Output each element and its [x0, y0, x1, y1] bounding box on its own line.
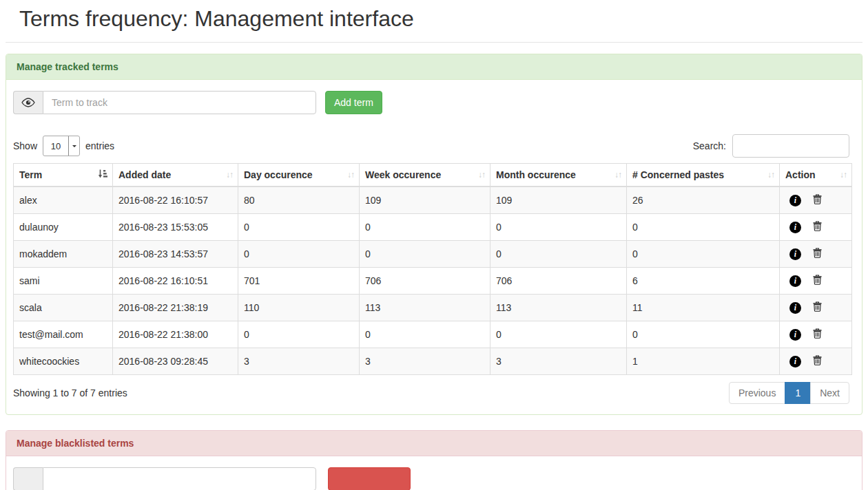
- term-cell: test@mail.com: [14, 321, 113, 348]
- table-row: test@mail.com 2016-08-22 21:38:00 0 0 0 …: [14, 321, 852, 348]
- table-row: dulaunoy 2016-08-23 15:53:05 0 0 0 0 i: [14, 214, 852, 241]
- column-header-month-occurence-label: Month occurence: [496, 169, 576, 180]
- sort-both-icon: ↓↑: [226, 170, 233, 180]
- table-footer: Showing 1 to 7 of 7 entries Previous 1 N…: [13, 382, 849, 404]
- term-info-button[interactable]: i: [789, 222, 801, 233]
- term-cell: scala: [14, 295, 113, 321]
- term-info-button[interactable]: i: [789, 329, 801, 341]
- added-date-cell: 2016-08-22 16:10:51: [113, 268, 238, 295]
- term-info-button[interactable]: i: [789, 275, 801, 287]
- sort-ascending-icon: [98, 169, 107, 181]
- concerned-pastes-cell: 6: [627, 268, 780, 295]
- pagination: Previous 1 Next: [729, 382, 849, 404]
- term-cell: alex: [14, 187, 113, 214]
- column-header-concerned-pastes[interactable]: # Concerned pastes ↓↑: [627, 164, 780, 187]
- column-header-day-occurence-label: Day occurence: [244, 169, 313, 180]
- day-occurence-cell: 3: [238, 348, 360, 375]
- term-info-button[interactable]: i: [789, 302, 801, 314]
- term-delete-button[interactable]: [813, 221, 822, 233]
- column-header-action[interactable]: Action ↓↑: [780, 164, 852, 187]
- show-label: Show: [13, 140, 37, 151]
- add-blacklist-row: [13, 467, 849, 490]
- tracked-terms-table: Term Added date: [13, 163, 852, 375]
- column-header-day-occurence[interactable]: Day occurence ↓↑: [238, 164, 360, 187]
- action-cell: i: [780, 295, 852, 321]
- week-occurence-cell: 0: [360, 321, 490, 348]
- term-input[interactable]: [43, 91, 316, 114]
- column-header-concerned-pastes-label: # Concerned pastes: [632, 169, 724, 180]
- table-row: sami 2016-08-22 16:10:51 701 706 706 6 i: [14, 268, 852, 295]
- entries-label: entries: [85, 140, 114, 151]
- page-length-select[interactable]: 10: [43, 136, 80, 156]
- pagination-page-1[interactable]: 1: [785, 382, 811, 404]
- sort-both-icon: ↓↑: [840, 170, 847, 180]
- term-info-button[interactable]: i: [789, 248, 801, 260]
- term-info-button[interactable]: i: [789, 356, 801, 368]
- add-term-button[interactable]: Add term: [325, 91, 382, 114]
- concerned-pastes-cell: 0: [627, 214, 780, 241]
- added-date-cell: 2016-08-23 09:28:45: [113, 348, 238, 375]
- trash-icon: [813, 248, 822, 260]
- title-divider: [6, 42, 862, 43]
- day-occurence-cell: 701: [238, 268, 360, 295]
- table-controls: Show 10 entries Search:: [13, 134, 849, 158]
- month-occurence-cell: 113: [490, 295, 627, 321]
- added-date-cell: 2016-08-22 21:38:00: [113, 321, 238, 348]
- concerned-pastes-cell: 1: [627, 348, 780, 375]
- info-circle-icon: i: [789, 248, 801, 260]
- column-header-month-occurence[interactable]: Month occurence ↓↑: [490, 164, 627, 187]
- concerned-pastes-cell: 0: [627, 241, 780, 268]
- trash-icon: [813, 328, 822, 341]
- eye-icon: [13, 91, 43, 114]
- concerned-pastes-cell: 26: [627, 187, 780, 214]
- add-blacklist-button[interactable]: [328, 467, 411, 490]
- term-delete-button[interactable]: [813, 275, 822, 287]
- tracked-terms-panel-body: Add term Show 10 entries Search:: [6, 80, 862, 414]
- blacklist-addon-icon: [13, 467, 43, 490]
- term-delete-button[interactable]: [813, 248, 822, 260]
- info-circle-icon: i: [789, 222, 801, 233]
- term-delete-button[interactable]: [813, 194, 822, 206]
- column-header-added-date[interactable]: Added date ↓↑: [113, 164, 238, 187]
- week-occurence-cell: 3: [360, 348, 490, 375]
- term-info-button[interactable]: i: [789, 195, 801, 206]
- blacklisted-terms-panel-body: [6, 456, 862, 490]
- page-length-value: 10: [43, 136, 68, 156]
- table-row: mokaddem 2016-08-23 14:53:57 0 0 0 0 i: [14, 241, 852, 268]
- page-title: Terms frequency: Management interface: [19, 6, 849, 32]
- pagination-previous[interactable]: Previous: [729, 382, 785, 404]
- term-delete-button[interactable]: [813, 328, 822, 341]
- blacklist-input-group: [13, 467, 316, 490]
- chevron-down-icon: [68, 136, 79, 156]
- term-delete-button[interactable]: [813, 355, 822, 368]
- week-occurence-cell: 0: [360, 241, 490, 268]
- column-header-action-label: Action: [785, 169, 816, 180]
- pagination-next[interactable]: Next: [810, 382, 849, 404]
- blacklist-term-input[interactable]: [43, 467, 316, 490]
- term-delete-button[interactable]: [813, 301, 822, 314]
- term-input-group: [13, 91, 316, 114]
- table-row: scala 2016-08-22 21:38:19 110 113 113 11…: [14, 295, 852, 321]
- column-header-week-occurence[interactable]: Week occurence ↓↑: [360, 164, 490, 187]
- day-occurence-cell: 0: [238, 214, 360, 241]
- action-cell: i: [780, 241, 852, 268]
- info-circle-icon: i: [789, 302, 801, 314]
- search-label: Search:: [693, 140, 726, 151]
- table-header-row: Term Added date: [14, 164, 852, 187]
- tracked-terms-panel-heading: Manage tracked terms: [6, 54, 862, 80]
- sort-both-icon: ↓↑: [347, 170, 354, 180]
- day-occurence-cell: 0: [238, 241, 360, 268]
- day-occurence-cell: 0: [238, 321, 360, 348]
- column-header-term-label: Term: [19, 169, 42, 180]
- trash-icon: [813, 275, 822, 287]
- column-header-week-occurence-label: Week occurence: [365, 169, 441, 180]
- week-occurence-cell: 113: [360, 295, 490, 321]
- page-length-control: Show 10 entries: [13, 136, 114, 156]
- column-header-term[interactable]: Term: [14, 164, 113, 187]
- added-date-cell: 2016-08-23 14:53:57: [113, 241, 238, 268]
- search-input[interactable]: [732, 134, 849, 158]
- info-circle-icon: i: [789, 275, 801, 287]
- action-cell: i: [780, 348, 852, 375]
- trash-icon: [813, 301, 822, 314]
- term-cell: dulaunoy: [14, 214, 113, 241]
